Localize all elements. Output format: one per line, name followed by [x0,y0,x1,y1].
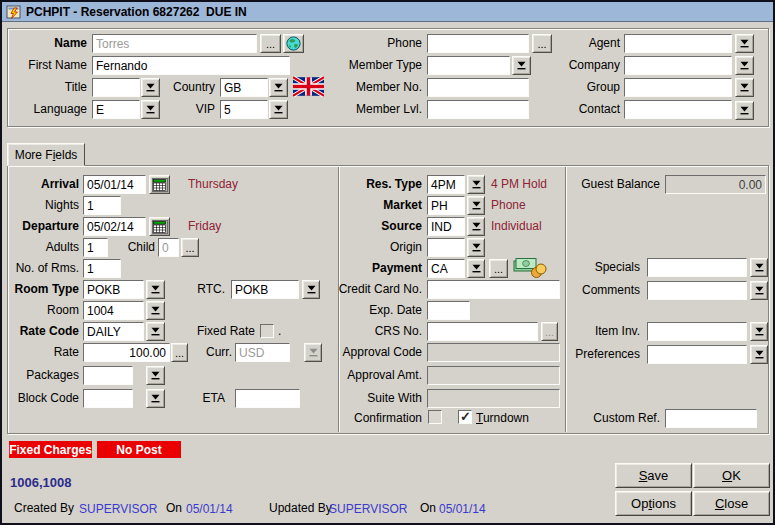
close-button[interactable]: Close [693,491,770,516]
payment-lookup-button[interactable]: ... [489,259,508,278]
contact-dropdown-button[interactable] [735,101,754,120]
source-input[interactable] [427,217,465,236]
rate-input[interactable] [83,343,170,362]
res-type-dropdown-button[interactable] [467,175,485,194]
member-lvl-input[interactable] [427,100,529,119]
rate-code-input[interactable] [83,322,144,341]
nights-input[interactable] [83,196,121,215]
save-button[interactable]: Save [615,463,692,488]
title-input[interactable] [92,78,140,97]
country-dropdown-button[interactable] [269,78,288,97]
preferences-input[interactable] [647,345,747,364]
block-code-label: Block Code [4,391,79,405]
currency-input[interactable] [235,343,290,362]
chevron-down-icon [741,84,749,89]
created-on-label: On [166,501,182,515]
fixed-charges-badge: Fixed Charges [9,441,92,458]
packages-input[interactable] [83,366,133,385]
child-lookup-button[interactable]: ... [181,238,199,257]
room-type-input[interactable] [83,280,144,299]
chevron-down-icon [275,106,283,111]
item-inv-input[interactable] [647,322,747,341]
departure-calendar-button[interactable] [149,217,170,236]
group-dropdown-button[interactable] [735,78,754,97]
block-code-dropdown-button[interactable] [146,389,165,408]
options-button[interactable]: Options [615,491,692,516]
language-input[interactable] [92,100,140,119]
room-dropdown-button[interactable] [146,301,165,320]
tab-more-fields-label: More Fields [15,148,78,162]
fixed-rate-checkbox[interactable] [260,324,274,338]
no-post-badge: No Post [97,441,181,458]
arrival-input[interactable] [83,175,146,194]
rtc-dropdown-button[interactable] [302,280,320,299]
member-no-input[interactable] [427,78,529,97]
comments-dropdown-button[interactable] [750,281,768,300]
group-input[interactable] [624,78,732,97]
source-dropdown-button[interactable] [467,217,485,236]
exp-date-input[interactable] [427,301,470,320]
chevron-down-icon [152,395,160,400]
custom-ref-input[interactable] [665,409,757,428]
res-type-input[interactable] [427,175,465,194]
first-name-input[interactable] [92,56,290,75]
globe-button[interactable] [283,34,304,53]
preferences-dropdown-button[interactable] [750,345,768,364]
globe-icon [286,36,301,51]
eta-input[interactable] [235,389,300,408]
room-input[interactable] [83,301,144,320]
ok-button[interactable]: OK [693,463,770,488]
phone-input[interactable] [427,34,529,53]
app-icon [6,4,22,20]
member-type-input[interactable] [427,56,510,75]
payment-input[interactable] [427,259,465,278]
arrival-calendar-button[interactable] [149,175,170,194]
block-code-input[interactable] [83,389,133,408]
specials-dropdown-button[interactable] [750,258,768,277]
departure-input[interactable] [83,217,146,236]
turndown-checkbox[interactable] [458,410,472,424]
name-input[interactable] [92,34,257,53]
vip-input[interactable] [220,100,268,119]
no-of-rms-input[interactable] [83,259,121,278]
agent-input[interactable] [624,34,732,53]
confirmation-checkbox[interactable] [428,410,442,424]
credit-card-no-input[interactable] [427,280,560,299]
room-type-dropdown-button[interactable] [146,280,165,299]
child-input[interactable] [158,238,179,257]
market-input[interactable] [427,196,465,215]
market-dropdown-button[interactable] [467,196,485,215]
first-name-label: First Name [7,58,87,72]
credit-card-no-label: Credit Card No. [332,282,422,296]
member-type-label: Member Type [322,58,422,72]
country-input[interactable] [220,78,268,97]
name-lookup-button[interactable]: ... [260,34,281,53]
phone-label: Phone [322,36,422,50]
payment-dropdown-button[interactable] [467,259,485,278]
vip-dropdown-button[interactable] [269,100,288,119]
comments-label: Comments [542,283,640,297]
origin-input[interactable] [427,238,465,257]
company-dropdown-button[interactable] [735,56,754,75]
specials-input[interactable] [647,258,747,277]
titlebar[interactable]: PCHPIT - Reservation 6827262 DUE IN [2,2,773,22]
chevron-down-icon [741,107,749,112]
chevron-down-icon [741,62,749,67]
rtc-input[interactable] [231,280,299,299]
comments-input[interactable] [647,281,747,300]
contact-input[interactable] [624,100,732,119]
agent-dropdown-button[interactable] [735,34,754,53]
adults-input[interactable] [83,238,108,257]
tab-more-fields[interactable]: More Fields [7,143,85,166]
company-input[interactable] [624,56,732,75]
item-inv-dropdown-button[interactable] [750,322,768,341]
rate-lookup-button[interactable]: ... [171,343,188,362]
chevron-down-icon [152,286,160,291]
origin-dropdown-button[interactable] [467,238,485,257]
crs-no-input[interactable] [427,322,538,341]
packages-dropdown-button[interactable] [146,366,165,385]
chevron-down-icon [152,372,160,377]
room-type-label: Room Type [4,282,79,296]
rate-code-dropdown-button[interactable] [146,322,165,341]
approval-amt-label: Approval Amt. [332,368,422,382]
